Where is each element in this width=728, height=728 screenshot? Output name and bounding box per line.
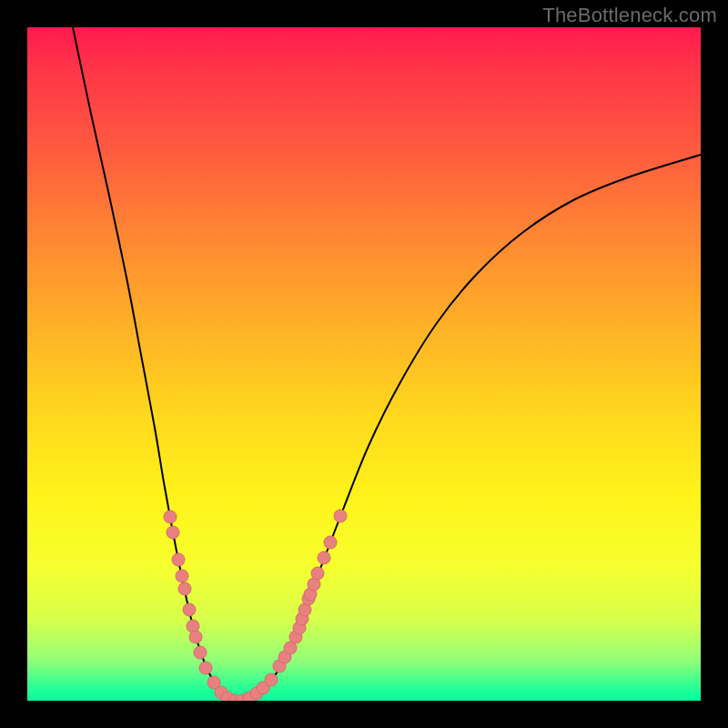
data-point — [324, 536, 337, 549]
data-point — [194, 646, 207, 659]
data-point — [199, 662, 212, 674]
data-point — [178, 582, 191, 595]
chart-frame — [27, 27, 701, 701]
watermark-text: TheBottleneck.com — [542, 4, 717, 27]
bottleneck-curve-chart — [27, 27, 701, 701]
data-point — [167, 526, 179, 539]
curve-left — [73, 27, 237, 701]
data-point — [176, 570, 188, 582]
data-point — [189, 631, 202, 643]
data-point — [164, 511, 177, 523]
data-point — [311, 567, 324, 580]
data-point — [334, 510, 347, 522]
data-point — [183, 603, 196, 616]
data-points-group — [164, 510, 347, 701]
data-point — [318, 551, 330, 564]
data-point — [172, 553, 185, 566]
data-point — [265, 673, 278, 686]
